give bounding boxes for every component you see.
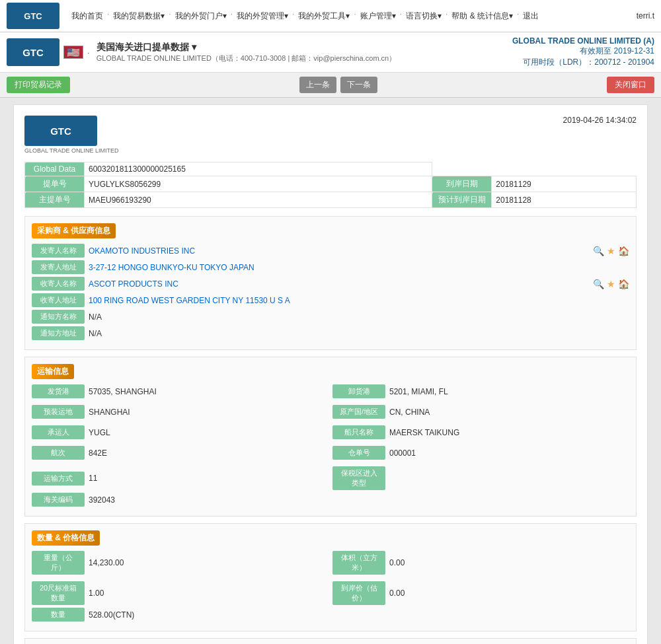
notify-name-row: 通知方名称 N/A — [32, 310, 629, 324]
unit-price-label: 到岸价（估价） — [332, 581, 385, 605]
notify-name-label: 通知方名称 — [32, 310, 85, 324]
product-section: 产品信息 集装箱编号 MRKU6919734（G0 / L / CY） 集装箱尺… — [24, 638, 637, 644]
receiver-addr-value: 100 RING ROAD WEST GARDEN CITY NY 11530 … — [89, 296, 629, 305]
qty-row: 数量 528.00(CTN) — [32, 608, 629, 622]
volume-row: 体积（立方米） 0.00 — [332, 551, 629, 575]
shipper-section: 采购商 & 供应商信息 发寄人名称 OKAMOTO INDUSTRIES INC… — [24, 216, 637, 350]
main-bill-label: 主提单号 — [25, 192, 85, 208]
warehouse-label: 仓单号 — [332, 446, 385, 460]
origin-port-value: 57035, SHANGHAI — [89, 387, 329, 396]
quantity-section-title: 数量 & 价格信息 — [32, 530, 100, 546]
nav-home[interactable]: 我的首页 — [67, 9, 107, 23]
quantity-grid: 重量（公斤） 14,230.00 体积（立方米） 0.00 20尺标准箱数量 1… — [32, 551, 629, 608]
header-logo: GTC — [7, 38, 59, 66]
search-icon[interactable]: 🔍 — [593, 246, 604, 256]
transport-section: 运输信息 发货港 57035, SHANGHAI 卸货港 5201, MIAMI… — [24, 357, 637, 517]
notify-addr-row: 通知方地址 N/A — [32, 326, 629, 340]
est-arrival-value: 20181128 — [492, 192, 637, 208]
pre-ship-label: 预装运地 — [32, 405, 85, 419]
nav-management[interactable]: 我的外贸管理▾ — [233, 9, 292, 23]
site-info: GLOBAL TRADE ONLINE LIMITED (A) 有效期至 201… — [512, 36, 654, 68]
prev-button[interactable]: 上一条 — [299, 77, 336, 93]
customs-value: 392043 — [89, 495, 629, 505]
customs-row: 海关编码 392043 — [32, 493, 629, 507]
sender-addr-label: 发寄人地址 — [32, 260, 85, 274]
transport-section-title: 运输信息 — [32, 364, 74, 379]
content-logo-box: GTC — [24, 116, 97, 146]
weight-row: 重量（公斤） 14,230.00 — [32, 551, 329, 575]
receiver-addr-label: 收寄人地址 — [32, 293, 85, 307]
sender-name-label: 发寄人名称 — [32, 244, 85, 258]
dest-port-label: 卸货港 — [332, 384, 385, 398]
close-button[interactable]: 关闭窗口 — [607, 77, 654, 93]
warehouse-value: 000001 — [389, 448, 629, 458]
receiver-search-icon[interactable]: 🔍 — [593, 279, 604, 289]
logo-box: GTC — [7, 3, 59, 29]
nav-help[interactable]: 帮助 & 统计信息▾ — [447, 9, 517, 23]
home-icon[interactable]: 🏠 — [618, 246, 629, 256]
top-toolbar: 打印贸易记录 上一条 下一条 关闭窗口 — [0, 73, 661, 98]
global-data-table: Global Data 6003201811300000025165 提单号 Y… — [24, 162, 637, 208]
receiver-name-row: 收寄人名称 ASCOT PRODUCTS INC 🔍 ★ 🏠 — [32, 277, 629, 291]
sender-addr-row: 发寄人地址 3-27-12 HONGO BUNKYO-KU TOKYO JAPA… — [32, 260, 629, 274]
shipper-section-title: 采购商 & 供应商信息 — [32, 223, 116, 238]
nav-links: 我的首页 · 我的贸易数据▾ · 我的外贸门户▾ · 我的外贸管理▾ · 我的外… — [67, 9, 543, 23]
receiver-home-icon[interactable]: 🏠 — [618, 279, 629, 289]
nav-language[interactable]: 语言切换▾ — [402, 9, 446, 23]
country-value: CN, CHINA — [389, 408, 629, 417]
unit-price-value: 0.00 — [389, 589, 629, 598]
transport-mode-label: 运输方式 — [32, 472, 85, 485]
weight-label: 重量（公斤） — [32, 551, 85, 575]
username: terri.t — [637, 11, 654, 20]
page-title: 美国海关进口提单数据 ▾ — [97, 42, 397, 54]
main-bill-row: 主提单号 MAEU966193290 预计到岸日期 20181128 — [25, 192, 637, 208]
nav-account[interactable]: 账户管理▾ — [356, 9, 400, 23]
company-info: GLOBAL TRADE ONLINE LIMITED（电话：400-710-3… — [97, 54, 397, 63]
sender-icons: 🔍 ★ 🏠 — [593, 246, 629, 256]
arrival-date-label: 到岸日期 — [432, 176, 492, 192]
carrier-value: YUGL — [89, 428, 329, 437]
dest-port-row: 卸货港 5201, MIAMI, FL — [332, 384, 629, 398]
vessel-label: 船只名称 — [332, 425, 385, 439]
global-data-label: Global Data — [25, 162, 85, 176]
voyage-label: 航次 — [32, 446, 85, 460]
transport-mode-row: 运输方式 11 — [32, 466, 329, 490]
volume-label: 体积（立方米） — [332, 551, 385, 575]
customs-label: 海关编码 — [32, 493, 85, 507]
pre-ship-value: SHANGHAI — [89, 408, 329, 417]
origin-port-row: 发货港 57035, SHANGHAI — [32, 384, 329, 398]
nav-trade-data[interactable]: 我的贸易数据▾ — [109, 9, 169, 23]
qty-label: 数量 — [32, 608, 85, 622]
top-navigation: GTC 我的首页 · 我的贸易数据▾ · 我的外贸门户▾ · 我的外贸管理▾ ·… — [0, 0, 661, 32]
receiver-star-icon[interactable]: ★ — [607, 279, 615, 289]
global-data-row: Global Data 6003201811300000025165 — [25, 162, 637, 176]
nav-logout[interactable]: 退出 — [519, 9, 543, 23]
bill-no-value: YUGLYLKS8056299 — [85, 176, 432, 192]
country-row: 原产国/地区 CN, CHINA — [332, 405, 629, 419]
notify-name-value: N/A — [89, 312, 629, 322]
voyage-row: 航次 842E — [32, 446, 329, 460]
nav-tools[interactable]: 我的外贸工具▾ — [294, 9, 354, 23]
volume-value: 0.00 — [389, 558, 629, 567]
nav-left: GTC 我的首页 · 我的贸易数据▾ · 我的外贸门户▾ · 我的外贸管理▾ ·… — [7, 3, 543, 29]
header-info: 美国海关进口提单数据 ▾ GLOBAL TRADE ONLINE LIMITED… — [97, 42, 397, 63]
content-logo-sub: GLOBAL TRADE ONLINE LIMITED — [24, 147, 119, 154]
next-button[interactable]: 下一条 — [340, 77, 377, 93]
header-bar: GTC 🇺🇸 · 美国海关进口提单数据 ▾ GLOBAL TRADE ONLIN… — [0, 32, 661, 73]
notify-addr-value: N/A — [89, 329, 629, 338]
us-flag: 🇺🇸 — [63, 46, 83, 59]
logo-area: GTC — [7, 3, 59, 29]
star-icon[interactable]: ★ — [607, 246, 615, 256]
unit-price-row: 到岸价（估价） 0.00 — [332, 581, 629, 605]
print-button[interactable]: 打印贸易记录 — [7, 77, 70, 93]
pre-ship-row: 预装运地 SHANGHAI — [32, 405, 329, 419]
origin-port-label: 发货港 — [32, 384, 85, 398]
content-header: GTC GLOBAL TRADE ONLINE LIMITED 2019-04-… — [24, 116, 637, 154]
sender-addr-value: 3-27-12 HONGO BUNKYO-KU TOKYO JAPAN — [89, 263, 629, 272]
dest-port-value: 5201, MIAMI, FL — [389, 387, 629, 396]
receiver-icons: 🔍 ★ 🏠 — [593, 279, 629, 289]
vessel-value: MAERSK TAIKUNG — [389, 428, 629, 437]
container20-value: 1.00 — [89, 589, 329, 598]
weight-value: 14,230.00 — [89, 558, 329, 567]
nav-portal[interactable]: 我的外贸门户▾ — [171, 9, 231, 23]
